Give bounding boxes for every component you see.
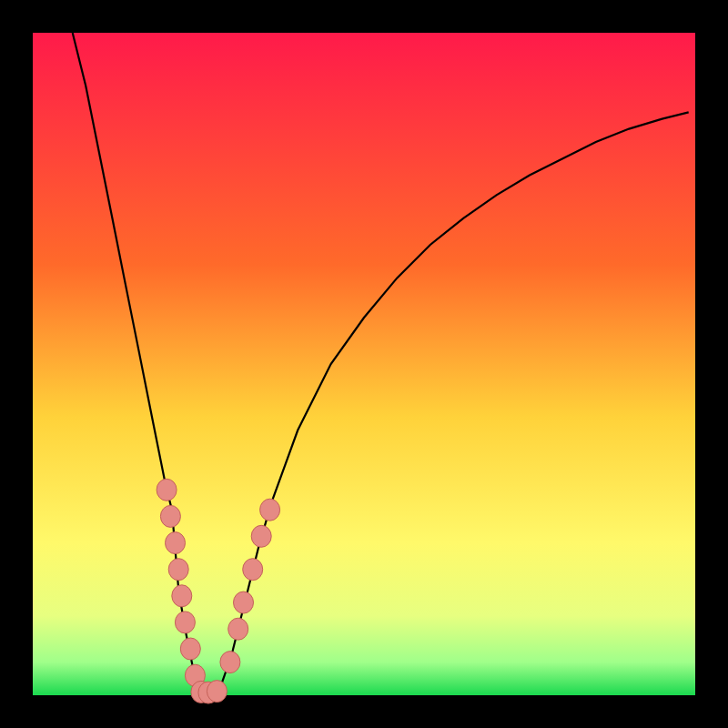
curve-marker xyxy=(243,559,263,581)
curve-marker xyxy=(168,559,188,581)
plot-svg xyxy=(0,0,728,728)
curve-marker xyxy=(220,652,240,673)
curve-marker xyxy=(251,525,271,547)
curve-marker xyxy=(234,592,254,613)
curve-marker xyxy=(160,505,180,527)
curve-marker xyxy=(175,612,195,633)
curve-marker xyxy=(207,681,227,703)
curve-marker xyxy=(260,499,280,521)
curve-marker xyxy=(157,479,177,500)
curve-marker xyxy=(166,532,186,554)
plot-background xyxy=(33,33,695,695)
curve-marker xyxy=(180,638,200,660)
curve-marker xyxy=(228,618,248,640)
curve-marker xyxy=(172,585,192,607)
chart-canvas: TheBottleneck.com xyxy=(0,0,728,728)
